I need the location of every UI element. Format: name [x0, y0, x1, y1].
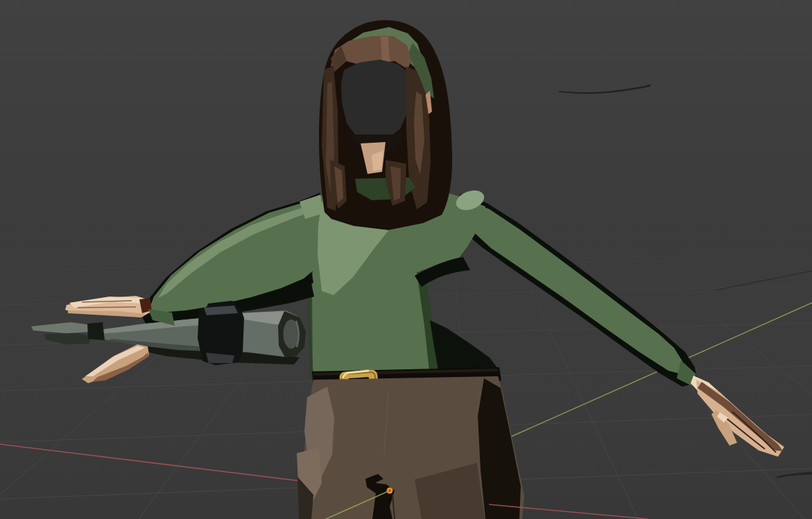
head[interactable]	[319, 20, 452, 230]
viewport-canvas[interactable]	[0, 0, 812, 519]
hair-front-seam	[381, 37, 390, 64]
pants[interactable]	[297, 376, 524, 519]
rifle-muzzle-notch	[87, 322, 105, 340]
origin-point	[387, 488, 393, 494]
face[interactable]	[341, 60, 410, 141]
viewport[interactable]	[0, 0, 812, 519]
origin-dot-core	[388, 489, 391, 492]
